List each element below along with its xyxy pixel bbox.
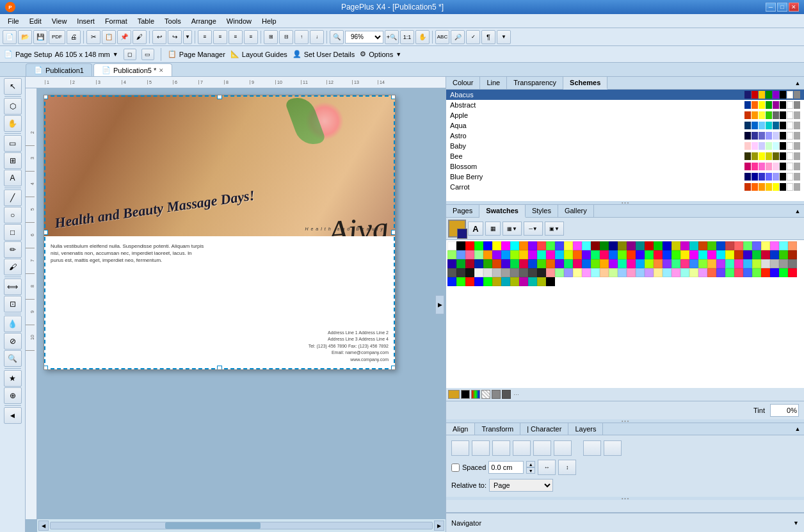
color-cell[interactable]: [528, 241, 537, 250]
color-cell[interactable]: [582, 241, 591, 250]
color-cell[interactable]: [456, 277, 465, 286]
apply-h-btn[interactable]: ↔: [538, 460, 556, 475]
swatches-expand[interactable]: ▲: [791, 205, 804, 217]
color-cell[interactable]: [698, 241, 707, 250]
color-cell[interactable]: [501, 241, 510, 250]
color-cell[interactable]: [555, 259, 564, 268]
color-cell[interactable]: [465, 259, 474, 268]
schemes-expand[interactable]: ▲: [791, 77, 804, 89]
crop-tool[interactable]: ⊡: [4, 296, 22, 312]
color-cell[interactable]: [510, 259, 519, 268]
pan-button[interactable]: ✋: [415, 30, 430, 44]
fill-color-swatch[interactable]: [448, 220, 466, 238]
menu-window[interactable]: Window: [221, 16, 257, 26]
color-cell[interactable]: [770, 268, 779, 277]
color-cell[interactable]: [716, 268, 725, 277]
color-cell[interactable]: [770, 250, 779, 259]
spacing-input[interactable]: [488, 461, 524, 474]
color-cell[interactable]: [716, 250, 725, 259]
color-cell[interactable]: [707, 268, 716, 277]
color-cell[interactable]: [564, 250, 573, 259]
undo-dropdown[interactable]: ▼: [183, 30, 192, 44]
tab-styles[interactable]: Styles: [526, 205, 558, 217]
color-cell[interactable]: [483, 277, 492, 286]
color-cell[interactable]: [752, 259, 761, 268]
color-cell[interactable]: [582, 259, 591, 268]
align-top-btn[interactable]: [513, 440, 531, 456]
color-cell[interactable]: [618, 241, 627, 250]
user-details-item[interactable]: 👤 Set User Details: [293, 50, 355, 58]
pencil-tool[interactable]: ✏: [4, 241, 22, 258]
tab-align[interactable]: Align: [446, 423, 475, 435]
line-tool[interactable]: ╱: [4, 189, 22, 206]
tint-gray-swatch[interactable]: [492, 390, 501, 399]
color-cell[interactable]: [573, 250, 582, 259]
color-cell[interactable]: [483, 268, 492, 277]
color-cell[interactable]: [698, 259, 707, 268]
color-cell[interactable]: [456, 250, 465, 259]
color-cell[interactable]: [546, 268, 555, 277]
color-cell[interactable]: [654, 250, 663, 259]
layout-guides-item[interactable]: 📐 Layout Guides: [230, 50, 287, 58]
color-cell[interactable]: [492, 268, 501, 277]
color-cell[interactable]: [663, 241, 671, 250]
color-cell[interactable]: [573, 259, 582, 268]
color-cell[interactable]: [743, 259, 752, 268]
color-cell[interactable]: [474, 277, 483, 286]
swatch-line-btn[interactable]: ─▼: [524, 222, 543, 236]
scheme-astro[interactable]: Astro: [446, 131, 804, 141]
group-button[interactable]: ⊞: [264, 30, 278, 44]
scheme-carrot[interactable]: Carrot: [446, 182, 804, 192]
color-cell[interactable]: [564, 268, 573, 277]
color-cell[interactable]: [492, 277, 501, 286]
color-cell[interactable]: [483, 259, 492, 268]
color-cell[interactable]: [680, 259, 689, 268]
color-cell[interactable]: [600, 250, 609, 259]
minimize-button[interactable]: ─: [766, 3, 776, 12]
menu-format[interactable]: Format: [100, 16, 133, 26]
tab-publication5[interactable]: 📄 Publication5 * ✕: [93, 63, 172, 76]
color-cell[interactable]: [546, 250, 555, 259]
color-cell[interactable]: [752, 241, 761, 250]
color-cell[interactable]: [609, 259, 618, 268]
print-pdf-button[interactable]: PDF: [49, 30, 65, 44]
color-cell[interactable]: [537, 241, 546, 250]
tab-gallery[interactable]: Gallery: [558, 205, 594, 217]
color-cell[interactable]: [725, 268, 734, 277]
color-cell[interactable]: [591, 268, 600, 277]
options-item[interactable]: ⚙ Options ▼: [360, 50, 401, 58]
color-cell[interactable]: [707, 250, 716, 259]
color-cell[interactable]: [627, 241, 636, 250]
color-cell[interactable]: [591, 241, 600, 250]
color-cell[interactable]: [779, 250, 788, 259]
color-cell[interactable]: [519, 241, 528, 250]
scroll-right-btn[interactable]: ▶: [434, 520, 444, 531]
color-cell[interactable]: [573, 268, 582, 277]
color-cell[interactable]: [645, 259, 654, 268]
color-cell[interactable]: [671, 250, 680, 259]
paint-tool[interactable]: 🖌: [4, 259, 22, 275]
menu-table[interactable]: Table: [133, 16, 159, 26]
spacing-down-btn[interactable]: ▼: [526, 467, 535, 474]
color-cell[interactable]: [591, 250, 600, 259]
color-cell[interactable]: [645, 268, 654, 277]
align-left-button[interactable]: ≡: [198, 30, 212, 44]
color-cell[interactable]: [707, 241, 716, 250]
color-cell[interactable]: [645, 241, 654, 250]
align-justify-button[interactable]: ≡: [244, 30, 258, 44]
swatch-options-btn[interactable]: ▦: [485, 222, 501, 236]
tab-publication5-label[interactable]: Publication5 *: [113, 67, 156, 74]
tint-fill-swatch[interactable]: [448, 390, 460, 399]
color-cell[interactable]: [447, 268, 456, 277]
color-cell[interactable]: [743, 268, 752, 277]
color-cell[interactable]: [788, 241, 797, 250]
color-cell[interactable]: [761, 268, 770, 277]
color-cell[interactable]: [779, 259, 788, 268]
color-cell[interactable]: [671, 259, 680, 268]
color-cell[interactable]: [555, 268, 564, 277]
color-cell[interactable]: [447, 241, 456, 250]
menu-arrange[interactable]: Arrange: [186, 16, 221, 26]
color-cell[interactable]: [689, 241, 698, 250]
scheme-blueberry[interactable]: Blue Berry: [446, 172, 804, 182]
page[interactable]: Health and Beauty Massage Days! Aiva Hea…: [44, 95, 396, 370]
